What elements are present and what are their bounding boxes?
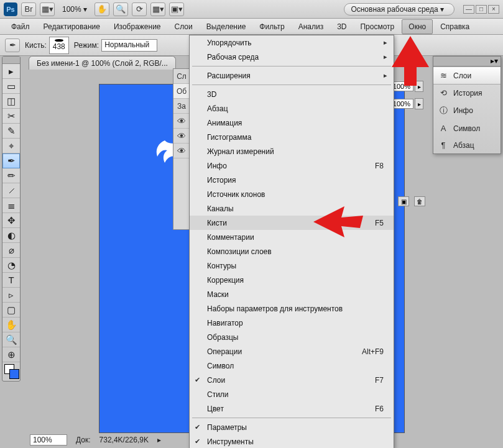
menu-file[interactable]: Файл: [5, 20, 36, 34]
screen-mode-button[interactable]: ▣▾: [169, 2, 184, 16]
marquee-tool[interactable]: ▭: [2, 79, 20, 94]
menu-item-символ[interactable]: Символ: [190, 359, 394, 373]
workspace-switcher[interactable]: Основная рабочая среда ▾: [344, 3, 455, 16]
menu-item-журнал-измерений[interactable]: Журнал измерений: [190, 144, 394, 158]
menu-item-контуры[interactable]: Контуры: [190, 258, 394, 273]
color-swatches[interactable]: [2, 362, 20, 381]
arrange-docs-button[interactable]: ▦▾: [150, 2, 165, 16]
menu-item-маски[interactable]: Маски: [190, 287, 394, 301]
menu-select[interactable]: Выделение: [200, 20, 252, 34]
eyedropper-tool[interactable]: ✎: [2, 124, 20, 139]
menu-item-коррекция[interactable]: Коррекция: [190, 273, 394, 287]
window-close-button[interactable]: ×: [488, 5, 499, 14]
panel-history[interactable]: ⟲ История: [433, 85, 501, 101]
crop-tool[interactable]: ✂: [2, 109, 20, 124]
panel-info[interactable]: ⓘ Инфо: [433, 101, 501, 120]
background-swatch[interactable]: [9, 369, 19, 379]
menu-item-композиции-слоев[interactable]: Композиции слоев: [190, 244, 394, 258]
gradient-tool[interactable]: ✥: [2, 213, 20, 228]
tool-preset-button[interactable]: ✒: [5, 39, 20, 52]
menu-item-операции[interactable]: ОперацииAlt+F9: [190, 344, 394, 359]
menu-view[interactable]: Просмотр: [354, 20, 400, 34]
menu-image[interactable]: Изображение: [108, 20, 167, 34]
window-minimize-button[interactable]: —: [463, 5, 474, 14]
menu-item-параметры[interactable]: Параметры: [190, 420, 394, 434]
layers-row-fragment-1[interactable]: Об: [173, 84, 190, 99]
menu-item-слои[interactable]: СлоиF7: [190, 373, 394, 387]
rotate-view-tool[interactable]: ⊕: [2, 347, 20, 362]
shape-tool[interactable]: ▢: [2, 303, 20, 318]
panel-paragraph[interactable]: ¶ Абзац: [433, 137, 501, 153]
menu-item-образцы[interactable]: Образцы: [190, 330, 394, 344]
menu-item-гистограмма[interactable]: Гистограмма: [190, 130, 394, 144]
type-tool[interactable]: T: [2, 273, 20, 288]
layer-visibility-icon[interactable]: 👁: [173, 144, 190, 158]
menu-filter[interactable]: Фильтр: [253, 20, 290, 34]
brush-preset-picker[interactable]: 438: [49, 37, 69, 54]
brush-tool[interactable]: ✒: [2, 153, 20, 168]
move-tool[interactable]: ▸: [2, 64, 20, 79]
document-tab[interactable]: Без имени-1 @ 100% (Слой 2, RGB/...: [29, 56, 176, 70]
layers-tab-fragment[interactable]: Сл: [173, 69, 190, 84]
status-zoom-input[interactable]: 100%: [30, 434, 67, 446]
menu-item-упорядочить[interactable]: Упорядочить: [190, 35, 394, 50]
window-maximize-button[interactable]: □: [476, 5, 487, 14]
menu-item-рабочая-среда[interactable]: Рабочая среда: [190, 50, 394, 64]
dodge-tool[interactable]: ⌀: [2, 243, 20, 258]
menu-item-инфо[interactable]: ИнфоF8: [190, 158, 394, 173]
layers-row-fragment-2[interactable]: За: [173, 99, 190, 114]
menu-help[interactable]: Справка: [434, 20, 476, 34]
layers-icon: ≋: [438, 71, 448, 80]
layer-visibility-icon[interactable]: 👁: [173, 129, 190, 144]
trash-icon[interactable]: 🗑: [414, 196, 425, 206]
view-extras-button[interactable]: ▦▾: [40, 2, 55, 16]
menu-layers[interactable]: Слои: [168, 20, 199, 34]
layer-visibility-icon[interactable]: 👁: [173, 114, 190, 129]
brush-size: 438: [53, 42, 65, 51]
opacity-stepper-1[interactable]: ▸: [415, 81, 423, 92]
blend-mode-select[interactable]: Нормальный: [101, 39, 157, 52]
menu-window[interactable]: Окно: [402, 19, 433, 34]
menu-item-расширения[interactable]: Расширения: [190, 68, 394, 83]
zoom-level[interactable]: 100% ▾: [58, 5, 91, 14]
dock-menu-icon[interactable]: ▸▾: [491, 57, 498, 66]
pen-tool[interactable]: ◔: [2, 258, 20, 273]
blur-tool[interactable]: ◐: [2, 228, 20, 243]
hand-tool-button[interactable]: ✋: [95, 2, 109, 16]
menu-item-навигатор[interactable]: Навигатор: [190, 316, 394, 330]
menu-item-стили[interactable]: Стили: [190, 387, 394, 401]
heal-tool[interactable]: ⌖: [2, 139, 20, 153]
panel-character[interactable]: A Символ: [433, 120, 501, 137]
new-layer-icon[interactable]: ▣: [398, 196, 409, 206]
menu-analysis[interactable]: Анализ: [292, 20, 330, 34]
menu-item-3d[interactable]: 3D: [190, 87, 394, 101]
status-menu-arrow-icon[interactable]: ▸: [157, 436, 161, 444]
menu-item-наборы-параметров-для-инструментов[interactable]: Наборы параметров для инструментов: [190, 301, 394, 316]
zoom-tool[interactable]: 🔍: [2, 332, 20, 347]
menu-edit[interactable]: Редактирование: [37, 20, 106, 34]
menu-item-комментарии[interactable]: Комментарии: [190, 230, 394, 244]
menu-item-каналы[interactable]: Каналы: [190, 201, 394, 216]
zoom-tool-button[interactable]: 🔍: [113, 2, 128, 16]
bridge-button[interactable]: Br: [21, 2, 36, 16]
menu-item-инструменты[interactable]: Инструменты: [190, 434, 394, 448]
menu-item-кисти[interactable]: КистиF5: [190, 216, 394, 230]
history-brush-tool[interactable]: ⟋: [2, 183, 20, 198]
menu-item-анимация[interactable]: Анимация: [190, 116, 394, 130]
panel-layers[interactable]: ≋ Слои: [433, 66, 501, 85]
menu-3d[interactable]: 3D: [331, 20, 353, 34]
hand-tool[interactable]: ✋: [2, 318, 20, 332]
menu-item-история[interactable]: История: [190, 173, 394, 187]
menu-item-источник-клонов[interactable]: Источник клонов: [190, 187, 394, 201]
menu-item-абзац[interactable]: Абзац: [190, 101, 394, 116]
opacity-stepper-2[interactable]: ▸: [415, 98, 423, 109]
rotate-view-button[interactable]: ⟳: [132, 2, 147, 16]
path-select-tool[interactable]: ▹: [2, 288, 20, 303]
menu-item-цвет[interactable]: ЦветF6: [190, 401, 394, 416]
tools-panel-grip[interactable]: [2, 57, 20, 64]
eraser-tool[interactable]: ≣: [2, 198, 20, 213]
lasso-tool[interactable]: ◫: [2, 94, 20, 109]
dock-grip[interactable]: ▸▾: [433, 57, 501, 66]
menu-item-shortcut: F8: [375, 162, 384, 170]
clone-tool[interactable]: ✏: [2, 168, 20, 183]
